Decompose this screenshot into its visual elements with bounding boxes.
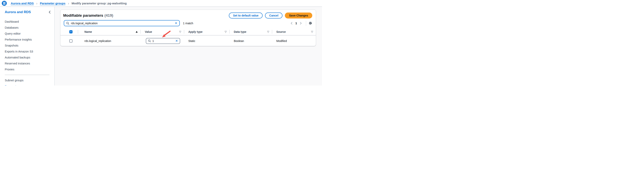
parameter-value-input[interactable] [152, 39, 170, 43]
apply-type-cell: Static [184, 39, 230, 43]
search-icon [148, 39, 151, 42]
cancel-button[interactable]: Cancel [265, 13, 282, 19]
sort-ascending-icon [136, 31, 138, 33]
sidebar-item-dashboard[interactable]: Dashboard [5, 19, 54, 25]
next-page-icon[interactable] [298, 22, 303, 25]
sidebar-item-reserved-instances[interactable]: Reserved instances [5, 60, 54, 66]
column-header-apply-type[interactable]: Apply type ▽ [184, 28, 230, 35]
source-cell: Modified [272, 39, 316, 43]
filter-icon[interactable]: ▽ [179, 30, 181, 33]
page-number[interactable]: 1 [294, 22, 298, 25]
table-row: rds.logical_replication ✕ Static Boolean… [60, 35, 316, 46]
main-content: Modifiable parameters(419) Set to defaul… [55, 7, 322, 86]
parameter-value-cell: ✕ [140, 38, 184, 44]
sidebar-item-snapshots[interactable]: Snapshots [5, 43, 54, 49]
sidebar-item-subnet-groups[interactable]: Subnet groups [5, 77, 54, 83]
filter-icon[interactable]: ▽ [311, 30, 313, 33]
search-icon [66, 22, 69, 25]
clear-value-icon[interactable]: ✕ [176, 39, 178, 43]
sidebar-title[interactable]: Aurora and RDS [5, 10, 31, 14]
panel-title-group: Modifiable parameters(419) [63, 13, 113, 18]
parameter-name-cell: rds.logical_replication [78, 39, 140, 43]
collapse-sidebar-icon[interactable] [48, 11, 51, 14]
clear-search-icon[interactable]: ✕ [175, 22, 178, 25]
value-editor-box: ✕ [146, 38, 180, 44]
column-label-name: Name [84, 30, 92, 33]
side-navigation: Aurora and RDS Dashboard Databases Query… [0, 7, 55, 86]
filter-icon[interactable]: ▽ [225, 30, 227, 33]
column-header-source[interactable]: Source ▽ [272, 28, 316, 35]
column-header-data-type[interactable]: Data type ▽ [230, 28, 272, 35]
breadcrumb: Aurora and RDS › Parameter groups › Modi… [11, 2, 127, 5]
filter-icon[interactable]: ▽ [267, 30, 269, 33]
row-select-cell [60, 35, 78, 46]
settings-gear-icon[interactable] [308, 21, 312, 25]
column-header-value[interactable]: Value ▽ [140, 28, 184, 35]
hamburger-menu-icon[interactable] [2, 1, 7, 6]
breadcrumb-chevron-icon: › [36, 1, 37, 5]
column-label-data-type: Data type [234, 30, 246, 33]
breadcrumb-current-page: Modify parameter group: pg-walsetting [72, 2, 127, 5]
modifiable-parameters-panel: Modifiable parameters(419) Set to defaul… [60, 10, 316, 46]
table-header-row: Name Value ▽ Apply type ▽ Data type ▽ So… [60, 28, 316, 35]
breadcrumb-parameter-groups[interactable]: Parameter groups [40, 2, 65, 5]
breadcrumb-aurora-rds[interactable]: Aurora and RDS [11, 2, 34, 5]
parameter-search-box: ✕ [64, 20, 180, 26]
column-header-name[interactable]: Name [78, 28, 140, 35]
save-changes-button[interactable]: Save Changes [285, 13, 312, 19]
column-label-value: Value [145, 30, 152, 33]
parameter-count: (419) [104, 13, 113, 18]
sidebar-item-databases[interactable]: Databases [5, 25, 54, 31]
set-to-default-button[interactable]: Set to default value [229, 13, 262, 19]
row-checkbox[interactable] [69, 39, 72, 43]
sidebar-item-automated-backups[interactable]: Automated backups [5, 55, 54, 60]
match-count-text: 1 match [183, 22, 193, 25]
select-all-checkbox[interactable] [69, 30, 72, 33]
previous-page-icon[interactable] [289, 22, 294, 25]
sidebar-item-proxies[interactable]: Proxies [5, 66, 54, 72]
column-label-source: Source [276, 30, 286, 33]
select-all-cell [60, 28, 78, 35]
sidebar-item-query-editor[interactable]: Query editor [5, 31, 54, 37]
sidebar-item-exports-s3[interactable]: Exports in Amazon S3 [5, 49, 54, 55]
sidebar-item-performance-insights[interactable]: Performance insights [5, 37, 54, 43]
sidebar-item-parameter-groups[interactable]: Parameter groups [5, 83, 54, 86]
breadcrumb-chevron-icon: › [68, 1, 69, 5]
search-input[interactable] [71, 22, 173, 25]
breadcrumb-bar: Aurora and RDS › Parameter groups › Modi… [0, 0, 322, 7]
panel-title: Modifiable parameters [63, 13, 103, 18]
data-type-cell: Boolean [230, 39, 272, 43]
column-label-apply-type: Apply type [188, 30, 202, 33]
